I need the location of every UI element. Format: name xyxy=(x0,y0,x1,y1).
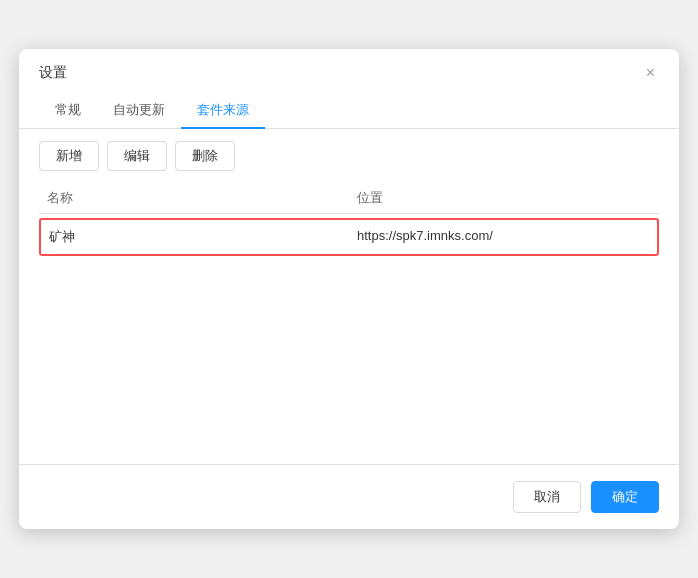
dialog-header: 设置 × xyxy=(19,49,679,83)
toolbar: 新增 编辑 删除 xyxy=(19,129,679,183)
tab-package-source[interactable]: 套件来源 xyxy=(181,93,265,129)
delete-button[interactable]: 删除 xyxy=(175,141,235,171)
edit-button[interactable]: 编辑 xyxy=(107,141,167,171)
col-name-header: 名称 xyxy=(39,189,349,207)
col-location-header: 位置 xyxy=(349,189,659,207)
row-location: https://spk7.imnks.com/ xyxy=(349,220,657,254)
settings-dialog: 设置 × 常规 自动更新 套件来源 新增 编辑 删除 名称 位置 矿神 http… xyxy=(19,49,679,529)
dialog-footer: 取消 确定 xyxy=(19,464,679,529)
add-button[interactable]: 新增 xyxy=(39,141,99,171)
tab-bar: 常规 自动更新 套件来源 xyxy=(19,83,679,129)
close-button[interactable]: × xyxy=(642,63,659,83)
dialog-title: 设置 xyxy=(39,64,67,82)
table-container: 名称 位置 矿神 https://spk7.imnks.com/ xyxy=(19,183,679,360)
table-row[interactable]: 矿神 https://spk7.imnks.com/ xyxy=(39,218,659,256)
table-header: 名称 位置 xyxy=(39,183,659,214)
tab-general[interactable]: 常规 xyxy=(39,93,97,129)
cancel-button[interactable]: 取消 xyxy=(513,481,581,513)
confirm-button[interactable]: 确定 xyxy=(591,481,659,513)
tab-auto-update[interactable]: 自动更新 xyxy=(97,93,181,129)
row-name: 矿神 xyxy=(41,220,349,254)
